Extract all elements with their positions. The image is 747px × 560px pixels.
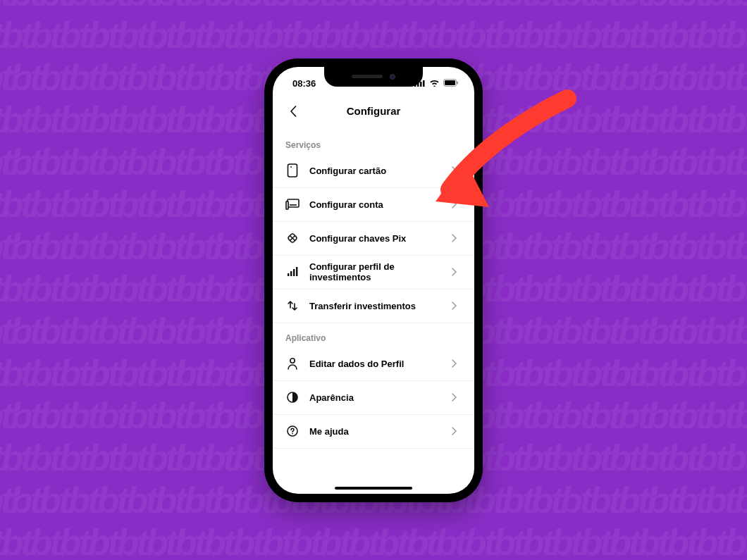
svg-point-22 (292, 433, 293, 435)
row-label: Transferir investimentos (309, 301, 452, 311)
row-label: Me ajuda (309, 426, 452, 437)
row-label: Configurar cartão (309, 166, 452, 176)
chevron-right-icon (452, 301, 462, 311)
row-me-ajuda[interactable]: Me ajuda (273, 415, 474, 449)
svg-rect-7 (288, 164, 297, 177)
row-transferir-investimentos[interactable]: Transferir investimentos (273, 290, 474, 323)
chevron-right-icon (452, 233, 462, 243)
card-icon (285, 163, 300, 178)
status-time: 08:36 (288, 78, 316, 89)
row-label: Aparência (309, 392, 452, 403)
help-icon (285, 424, 300, 438)
phone-notch (324, 67, 423, 87)
row-configurar-pix[interactable]: Configurar chaves Pix (273, 222, 474, 256)
svg-rect-9 (288, 199, 299, 207)
svg-rect-16 (290, 271, 292, 276)
row-label: Editar dados do Perfil (309, 359, 452, 369)
phone-screen: 08:36 Configurar (273, 67, 474, 494)
chevron-right-icon (452, 359, 462, 368)
phone-frame: 08:36 Configurar (264, 58, 483, 502)
chevron-right-icon (452, 267, 462, 277)
chevron-left-icon (290, 106, 297, 117)
pix-icon (285, 231, 300, 245)
svg-rect-18 (296, 267, 297, 276)
svg-rect-6 (457, 82, 459, 85)
row-perfil-investimentos[interactable]: Configurar perfil de investimentos (273, 256, 474, 290)
row-configurar-cartao[interactable]: Configurar cartão (273, 154, 474, 188)
chevron-right-icon (452, 199, 462, 209)
svg-rect-10 (286, 201, 288, 209)
nav-bar: Configurar (273, 95, 474, 127)
page-title: Configurar (347, 105, 401, 117)
svg-rect-15 (288, 273, 289, 276)
chevron-right-icon (452, 392, 462, 402)
wifi-icon (429, 78, 440, 89)
back-button[interactable] (283, 101, 304, 122)
section-header-aplicativo: Aplicativo (273, 323, 474, 347)
battery-icon (443, 78, 459, 89)
row-aparencia[interactable]: Aparência (273, 381, 474, 415)
row-label: Configurar perfil de investimentos (309, 261, 452, 282)
chevron-right-icon (452, 166, 462, 175)
svg-rect-5 (445, 80, 455, 85)
home-indicator (335, 487, 412, 490)
svg-rect-2 (420, 82, 422, 87)
bars-icon (285, 265, 300, 279)
row-label: Configurar chaves Pix (309, 233, 452, 244)
row-configurar-conta[interactable]: Configurar conta (273, 188, 474, 222)
row-editar-perfil[interactable]: Editar dados do Perfil (273, 347, 474, 381)
appearance-icon (285, 390, 300, 404)
transfer-icon (285, 299, 300, 313)
account-icon (285, 197, 300, 211)
row-label: Configurar conta (309, 199, 452, 210)
content: Serviços Configurar cartão Configurar co… (273, 127, 474, 449)
svg-point-19 (290, 359, 295, 363)
svg-rect-3 (423, 80, 425, 87)
section-header-servicos: Serviços (273, 130, 474, 154)
person-icon (285, 356, 300, 371)
svg-point-8 (290, 166, 292, 168)
chevron-right-icon (452, 426, 462, 436)
svg-rect-17 (293, 269, 295, 276)
